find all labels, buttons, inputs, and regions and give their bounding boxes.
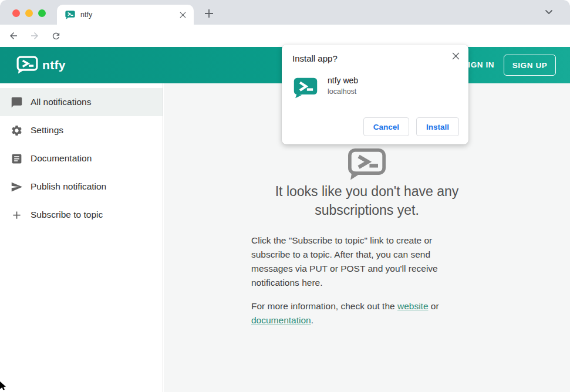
text-fragment: or <box>429 301 439 311</box>
window-zoom-button[interactable] <box>38 9 46 17</box>
navigation-sidebar: All notifications Settings Documentation… <box>0 83 163 392</box>
dialog-app-name: ntfy web <box>328 76 358 85</box>
empty-state-text: Click the "Subscribe to topic" link to c… <box>251 234 459 327</box>
chat-bubble-icon <box>9 95 23 109</box>
send-icon <box>9 180 23 194</box>
forward-icon[interactable] <box>28 29 42 43</box>
sidebar-item-label: All notifications <box>31 97 91 107</box>
tab-strip: ntfy <box>0 0 570 25</box>
new-tab-button[interactable] <box>203 8 215 19</box>
sidebar-item-subscribe-to-topic[interactable]: Subscribe to topic <box>0 201 163 229</box>
sidebar-item-publish-notification[interactable]: Publish notification <box>0 173 163 201</box>
tab-list-chevron-icon[interactable] <box>544 6 555 18</box>
close-icon[interactable] <box>450 50 461 62</box>
tab-close-icon[interactable] <box>177 9 188 20</box>
sidebar-item-all-notifications[interactable]: All notifications <box>0 88 163 116</box>
empty-state-heading: It looks like you don't have any subscri… <box>241 182 493 219</box>
sidebar-item-label: Documentation <box>31 153 92 164</box>
back-icon[interactable] <box>6 29 21 43</box>
window-close-button[interactable] <box>12 9 20 17</box>
sign-up-button[interactable]: SIGN UP <box>504 55 556 76</box>
ntfy-terminal-logo-gray-icon <box>348 148 386 181</box>
text-fragment: . <box>311 315 313 325</box>
ntfy-app-icon <box>294 76 318 100</box>
ntfy-favicon-icon <box>65 10 75 20</box>
browser-tab-ntfy[interactable]: ntfy <box>57 5 194 25</box>
cancel-button[interactable]: Cancel <box>363 117 409 136</box>
ntfy-terminal-logo-icon <box>16 56 38 75</box>
sidebar-item-settings[interactable]: Settings <box>0 116 163 144</box>
sidebar-item-documentation[interactable]: Documentation <box>0 144 163 173</box>
dialog-title: Install app? <box>292 53 338 63</box>
article-icon <box>9 151 23 165</box>
documentation-link[interactable]: documentation <box>251 315 311 325</box>
gear-icon <box>9 123 23 137</box>
install-button[interactable]: Install <box>416 117 459 136</box>
sidebar-item-label: Publish notification <box>31 181 106 192</box>
install-app-dialog: Install app? ntfy web localhost Cancel I… <box>282 45 468 144</box>
browser-window: ntfy localhost <box>0 0 570 392</box>
empty-state-paragraph: For more information, check out the webs… <box>251 299 459 327</box>
dialog-app-origin: localhost <box>328 87 356 96</box>
text-fragment: For more information, check out the <box>251 301 397 311</box>
sidebar-item-label: Settings <box>31 125 63 136</box>
website-link[interactable]: website <box>397 301 429 311</box>
brand-name: ntfy <box>42 47 66 83</box>
sidebar-item-label: Subscribe to topic <box>31 209 103 220</box>
window-minimize-button[interactable] <box>25 9 33 17</box>
mouse-cursor <box>0 381 7 391</box>
browser-toolbar: localhost <box>0 25 570 47</box>
tab-title: ntfy <box>80 11 177 19</box>
plus-icon <box>9 208 23 222</box>
reload-icon[interactable] <box>49 29 63 43</box>
empty-state-paragraph: Click the "Subscribe to topic" link to c… <box>251 234 459 290</box>
